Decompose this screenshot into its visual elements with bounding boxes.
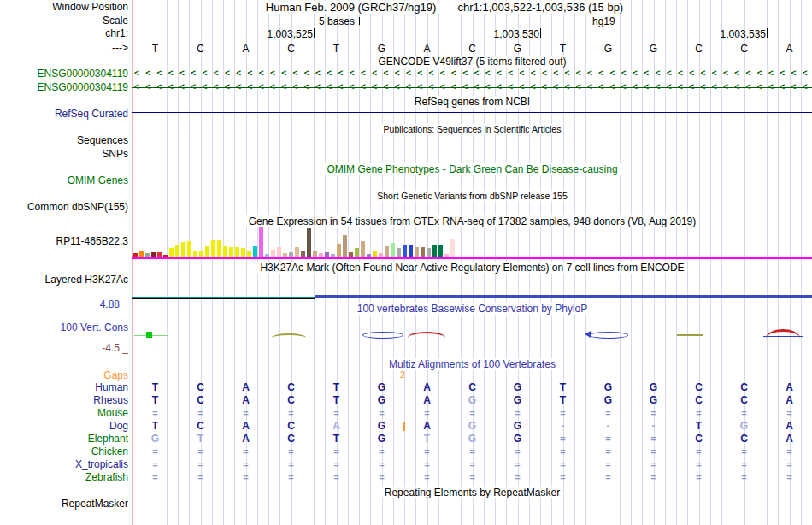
gene-label[interactable]: ENSG00000304119 [0, 68, 128, 80]
alignment-base: G [467, 434, 479, 445]
alignment-base: C [285, 382, 297, 393]
alignment-base: = [285, 459, 297, 470]
alignment-base: = [648, 434, 660, 445]
alignment-base: = [603, 459, 615, 470]
alignment-base: - [603, 421, 615, 432]
alignment-base: G [467, 395, 479, 406]
alignment-base: = [784, 408, 796, 419]
alignment-base: G [512, 434, 524, 445]
alignment-base: C [467, 382, 479, 393]
dbsnp-label[interactable]: Common dbSNP(155) [0, 202, 128, 213]
alignment-species-label[interactable]: Zebrafish [0, 472, 128, 483]
alignment-base: T [557, 382, 569, 393]
gene-label[interactable]: ENSG00000304119 [0, 82, 128, 93]
alignment-base: = [557, 434, 569, 445]
alignment-base: = [150, 459, 162, 470]
alignment-base: = [285, 472, 297, 483]
alignment-base: = [150, 472, 162, 483]
alignment-base: = [421, 408, 433, 419]
alignment-base: = [331, 446, 343, 457]
chrom-label: chr1: [0, 28, 128, 39]
alignment-base: = [467, 459, 479, 470]
alignment-base: = [648, 459, 660, 470]
alignment-base: = [603, 472, 615, 483]
alignment-base: = [603, 446, 615, 457]
alignment-base: G [376, 382, 388, 393]
alignment-base: - [648, 421, 660, 432]
alignment-base: C [693, 395, 705, 406]
alignment-base: A [784, 421, 796, 432]
alignment-species-label[interactable]: Human [0, 382, 128, 393]
alignment-base: C [285, 421, 297, 432]
alignment-base: = [195, 446, 207, 457]
alignment-base: = [150, 446, 162, 457]
multiz-alignment-grid: TCACTGACGTGGCCATCACTGAGGTGGCCA==========… [132, 0, 812, 525]
alignment-species-label[interactable]: Mouse [0, 408, 128, 419]
alignment-base: A [240, 421, 252, 432]
alignment-base: = [784, 459, 796, 470]
alignment-base: G [603, 395, 615, 406]
phylop-label[interactable]: 100 Vert. Cons [0, 322, 128, 333]
alignment-base: = [738, 408, 750, 419]
alignment-base: A [784, 434, 796, 445]
alignment-species-label[interactable]: Elephant [0, 434, 128, 445]
alignment-base: = [195, 459, 207, 470]
refseq-curated-label[interactable]: RefSeq Curated [0, 109, 128, 120]
alignment-base: = [240, 472, 252, 483]
alignment-base: C [693, 382, 705, 393]
alignment-species-label[interactable]: Chicken [0, 446, 128, 457]
repeatmasker-label[interactable]: RepeatMasker [0, 498, 128, 510]
alignment-base: = [467, 446, 479, 457]
alignment-base: T [557, 395, 569, 406]
omim-genes-label[interactable]: OMIM Genes [0, 175, 128, 186]
alignment-base: T [150, 382, 162, 393]
alignment-base: = [557, 459, 569, 470]
alignment-base: = [195, 408, 207, 419]
repeatmasker-track-title[interactable]: Repeating Elements by RepeatMasker [132, 487, 812, 498]
alignment-base: = [603, 408, 615, 419]
alignment-species-label[interactable]: Dog [0, 421, 128, 432]
alignment-base: = [738, 446, 750, 457]
h3k27ac-label[interactable]: Layered H3K27Ac [0, 274, 128, 286]
genome-browser-image: Window Position Human Feb. 2009 (GRCh37/… [0, 0, 812, 525]
strand-arrow: ---> [0, 43, 128, 54]
alignment-base: A [240, 382, 252, 393]
alignment-base: T [331, 395, 343, 406]
sequences-label[interactable]: Sequences [0, 135, 128, 146]
alignment-base: C [285, 434, 297, 445]
alignment-base: = [331, 472, 343, 483]
alignment-base: = [738, 472, 750, 483]
alignment-base: G [512, 421, 524, 432]
alignment-base: A [784, 395, 796, 406]
alignment-base: = [285, 446, 297, 457]
alignment-base: A [784, 382, 796, 393]
alignment-species-label[interactable]: X_tropicalis [0, 459, 128, 470]
alignment-base: T [421, 434, 433, 445]
alignment-base: = [376, 472, 388, 483]
gtex-gene-label[interactable]: RP11-465B22.3 [0, 236, 128, 247]
alignment-base: A [331, 421, 343, 432]
alignment-base: = [285, 408, 297, 419]
alignment-base: C [195, 421, 207, 432]
alignment-base: G [512, 395, 524, 406]
alignment-base: = [467, 408, 479, 419]
alignment-base: = [557, 446, 569, 457]
alignment-base: = [376, 446, 388, 457]
alignment-base: = [693, 408, 705, 419]
alignment-base: = [331, 459, 343, 470]
alignment-base: A [240, 395, 252, 406]
alignment-base: = [648, 408, 660, 419]
alignment-base: T [331, 382, 343, 393]
alignment-base: = [784, 472, 796, 483]
alignment-base: = [557, 472, 569, 483]
snps-label[interactable]: SNPs [0, 149, 128, 160]
alignment-species-label[interactable]: Rhesus [0, 395, 128, 406]
phylop-min-label: -4.5 _ [0, 343, 128, 354]
alignment-base: = [421, 459, 433, 470]
alignment-base: = [376, 459, 388, 470]
alignment-base: A [421, 421, 433, 432]
alignment-base: = [331, 408, 343, 419]
alignment-base: = [648, 446, 660, 457]
scale-label: Scale [0, 15, 128, 27]
alignment-base: = [512, 459, 524, 470]
